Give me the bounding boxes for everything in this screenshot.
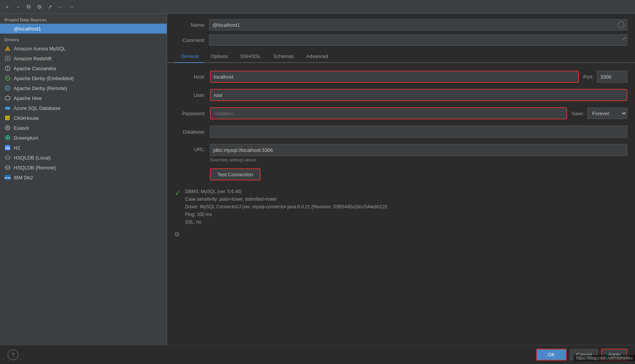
tabs-bar: General Options SSH/SSL Schemas Advanced <box>167 50 635 63</box>
name-label: Name: <box>175 22 205 28</box>
hive-icon <box>5 95 11 101</box>
sidebar-item-apache-derby-embedded[interactable]: Apache Derby (Embedded) <box>0 73 167 83</box>
sidebar-item-hsqldb-remote[interactable]: HSQLDB (Remote) <box>0 163 167 172</box>
tab-sshssl[interactable]: SSH/SSL <box>234 50 267 63</box>
expand-icon[interactable]: ⤢ <box>622 36 626 41</box>
result-line-1: DBMS: MySQL (ver. 5.6.40) <box>185 188 387 195</box>
comment-input[interactable] <box>209 34 627 46</box>
bottom-bar: ? OK Cancel Apply <box>0 345 635 364</box>
sidebar-item-clickhouse[interactable]: ClickHouse <box>0 113 167 123</box>
help-button[interactable]: ? <box>8 350 18 360</box>
sidebar-item-azure-sql-database[interactable]: SQL Azure SQL Database <box>0 103 167 113</box>
sidebar-item-apache-cassandra[interactable]: Apache Cassandra <box>0 63 167 73</box>
sidebar-item-h2[interactable]: H2 H2 <box>0 143 167 153</box>
h2-icon: H2 <box>5 145 11 151</box>
host-label: Host: <box>175 74 205 80</box>
svg-rect-13 <box>6 116 7 120</box>
sidebar: Project Data Sources @localhost1 Drivers… <box>0 14 167 345</box>
password-input[interactable] <box>210 107 567 119</box>
database-input[interactable] <box>210 126 627 138</box>
aurora-icon <box>5 45 11 52</box>
port-wrap: Port: <box>583 71 627 83</box>
svg-rect-12 <box>5 116 6 120</box>
remove-button[interactable]: − <box>14 3 22 11</box>
project-section-title: Project Data Sources <box>0 14 167 24</box>
copy-icon: ⧉ <box>175 231 179 238</box>
sidebar-item-label: Amazon Redshift <box>14 56 52 61</box>
password-row: Password: Save: Forever Until restart Ne… <box>175 107 627 119</box>
form-area: Host: Port: User: Password: Save: <box>167 63 635 247</box>
test-connection-button[interactable]: Test Connection <box>210 168 261 180</box>
password-wrap <box>210 107 567 119</box>
tab-general[interactable]: General <box>175 50 205 63</box>
user-label: User: <box>175 92 205 98</box>
comment-row: Comment: ⤢ <box>175 34 627 46</box>
name-row: Name: <box>175 19 627 31</box>
save-wrap: Save: Forever Until restart Never <box>572 108 627 119</box>
name-input[interactable] <box>209 19 627 31</box>
sidebar-item-apache-derby-remote[interactable]: Apache Derby (Remote) <box>0 83 167 93</box>
sidebar-item-label: HSQLDB (Local) <box>14 155 51 161</box>
user-row: User: <box>175 89 627 101</box>
url-input[interactable] <box>210 144 627 156</box>
check-icon: ✓ <box>175 189 181 225</box>
sidebar-item-greenplum[interactable]: Greenplum <box>0 133 167 143</box>
host-input[interactable] <box>210 71 579 83</box>
cassandra-icon <box>5 65 11 71</box>
host-row: Host: Port: <box>175 71 627 83</box>
sidebar-item-label: ClickHouse <box>14 115 39 121</box>
url-wrap: Overrides settings above <box>210 144 627 162</box>
tab-schemas[interactable]: Schemas <box>267 50 300 63</box>
result-line-4: Ping: 100 ms <box>185 211 387 218</box>
svg-rect-16 <box>9 118 10 120</box>
tab-advanced[interactable]: Advanced <box>300 50 334 63</box>
redshift-icon <box>5 55 11 61</box>
sidebar-item-amazon-redshift[interactable]: Amazon Redshift <box>0 53 167 63</box>
svg-point-21 <box>6 137 9 139</box>
exasol-icon <box>5 125 11 131</box>
toolbar: + − ⧉ ⚙ ↗ ← → <box>0 0 635 14</box>
user-input[interactable] <box>210 89 627 101</box>
svg-point-24 <box>5 156 10 158</box>
sidebar-item-localhost1[interactable]: @localhost1 <box>0 24 167 34</box>
back-button[interactable]: ← <box>56 3 65 11</box>
sidebar-item-ibm-db2[interactable]: IBM DB2 IBM Db2 <box>0 172 167 182</box>
panel-header: Name: Comment: ⤢ <box>167 14 635 50</box>
clickhouse-icon <box>5 115 11 121</box>
sidebar-item-label: IBM Db2 <box>14 175 33 180</box>
save-label: Save: <box>572 111 584 116</box>
derby-remote-icon <box>5 85 11 91</box>
port-input[interactable] <box>597 71 627 83</box>
sidebar-item-label: Greenplum <box>14 135 38 141</box>
settings-button[interactable]: ⚙ <box>35 3 44 11</box>
url-hint: Overrides settings above <box>210 158 627 162</box>
sidebar-item-label: Apache Derby (Remote) <box>14 85 67 91</box>
sidebar-item-label: HSQLDB (Remote) <box>14 165 56 171</box>
sidebar-item-label: Exasol <box>14 125 29 131</box>
svg-point-25 <box>5 166 10 168</box>
sidebar-item-label: Apache Hive <box>14 95 42 101</box>
name-input-wrap <box>209 19 627 31</box>
svg-point-0 <box>5 26 10 29</box>
sidebar-item-exasol[interactable]: Exasol <box>0 123 167 133</box>
sidebar-item-apache-hive[interactable]: Apache Hive <box>0 93 167 103</box>
forward-button[interactable]: → <box>67 3 76 11</box>
result-line-2: Case sensitivity: plain=lower, delimited… <box>185 196 387 203</box>
ok-button[interactable]: OK <box>536 349 567 361</box>
copy-button[interactable]: ⧉ <box>24 3 33 11</box>
hsqldb-remote-icon <box>5 164 11 171</box>
export-button[interactable]: ↗ <box>46 3 54 11</box>
add-button[interactable]: + <box>3 3 11 11</box>
sidebar-item-label: H2 <box>14 145 20 151</box>
sidebar-item-hsqldb-local[interactable]: HSQLDB (Local) <box>0 153 167 163</box>
sidebar-item-label: Apache Derby (Embedded) <box>14 76 74 81</box>
sidebar-item-amazon-aurora-mysql[interactable]: Amazon Aurora MySQL <box>0 43 167 53</box>
name-circle-button[interactable] <box>617 21 624 28</box>
save-select[interactable]: Forever Until restart Never <box>587 108 627 119</box>
url-label: URL: <box>175 144 205 152</box>
svg-text:IBM
DB2: IBM DB2 <box>5 177 11 179</box>
tab-options[interactable]: Options <box>205 50 234 63</box>
password-label: Password: <box>175 111 205 116</box>
result-copy-section: ⧉ <box>175 229 627 239</box>
result-text: DBMS: MySQL (ver. 5.6.40) Case sensitivi… <box>185 188 387 225</box>
